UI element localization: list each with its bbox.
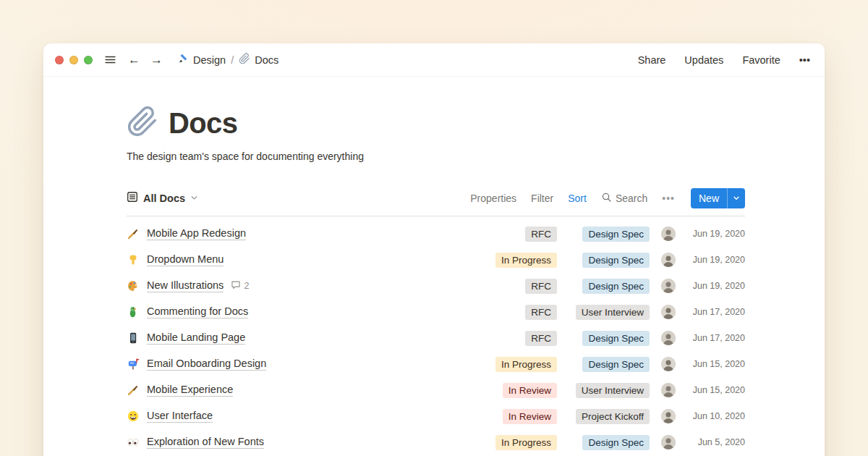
- toolbar-right: Properties Filter Sort Search ••• New: [470, 188, 745, 208]
- avatar: [661, 409, 676, 423]
- back-arrow-icon[interactable]: ←: [128, 54, 140, 66]
- properties-button[interactable]: Properties: [470, 193, 516, 204]
- favorite-button[interactable]: Favorite: [742, 54, 780, 66]
- breadcrumb: Design / Docs: [177, 53, 278, 67]
- status-badge[interactable]: In Progress: [495, 357, 557, 372]
- type-badge[interactable]: User Interview: [576, 383, 650, 398]
- search-button[interactable]: Search: [601, 192, 647, 205]
- avatar: [661, 305, 676, 319]
- zoom-button[interactable]: [84, 56, 93, 64]
- status-badge[interactable]: In Progress: [495, 435, 557, 450]
- comment-count[interactable]: 2: [231, 280, 249, 292]
- filter-button[interactable]: Filter: [531, 193, 553, 204]
- type-badge[interactable]: Design Spec: [582, 435, 650, 450]
- avatar: [661, 253, 676, 267]
- row-main: Commenting for Docs: [127, 305, 477, 318]
- row-main: User Interface: [127, 410, 477, 423]
- date-cell: Jun 15, 2020: [687, 359, 745, 369]
- doc-title-link[interactable]: New Illustrations: [147, 279, 224, 292]
- avatar: [661, 279, 676, 293]
- updates-button[interactable]: Updates: [684, 54, 723, 66]
- row-main: Email Onboarding Design: [127, 358, 477, 371]
- row-main: Mobile App Redesign: [127, 227, 477, 240]
- minimize-button[interactable]: [69, 56, 78, 64]
- doc-title-link[interactable]: Exploration of New Fonts: [147, 436, 264, 449]
- row-main: New Illustrations 2: [127, 279, 477, 292]
- date-cell: Jun 10, 2020: [687, 411, 745, 421]
- more-options-icon[interactable]: •••: [799, 54, 810, 66]
- table-row[interactable]: Dropdown Menu In Progress Design Spec Ju…: [127, 247, 745, 273]
- avatar: [661, 383, 676, 397]
- table-row[interactable]: User Interface In Review Project Kickoff…: [127, 403, 745, 429]
- table-view-icon: [127, 191, 138, 206]
- doc-title-link[interactable]: User Interface: [147, 410, 213, 423]
- type-badge[interactable]: Design Spec: [582, 331, 650, 346]
- paperclip-icon: [239, 53, 250, 67]
- view-switcher[interactable]: All Docs: [127, 191, 198, 206]
- type-badge[interactable]: Design Spec: [582, 227, 650, 242]
- type-badge[interactable]: Design Spec: [582, 357, 650, 372]
- table-toolbar: All Docs Properties Filter Sort Search •…: [127, 188, 745, 216]
- status-badge[interactable]: RFC: [525, 331, 557, 346]
- forward-arrow-icon[interactable]: →: [150, 54, 163, 66]
- status-badge[interactable]: In Review: [503, 383, 557, 398]
- table-row[interactable]: Mobile Experience In Review User Intervi…: [127, 377, 745, 403]
- doc-title-link[interactable]: Mobile Experience: [147, 384, 233, 397]
- table-row[interactable]: Commenting for Docs RFC User Interview J…: [127, 299, 745, 325]
- row-main: Mobile Experience: [127, 384, 477, 397]
- table-row[interactable]: Mobile Landing Page RFC Design Spec Jun …: [127, 325, 745, 351]
- type-badge[interactable]: Design Spec: [582, 253, 650, 268]
- toolbar-more-icon[interactable]: •••: [662, 193, 675, 204]
- date-cell: Jun 19, 2020: [687, 255, 745, 265]
- row-main: Exploration of New Fonts: [127, 436, 477, 449]
- new-button-dropdown[interactable]: [727, 188, 745, 208]
- status-badge[interactable]: RFC: [525, 279, 557, 294]
- breadcrumb-item-docs[interactable]: Docs: [239, 53, 278, 67]
- share-button[interactable]: Share: [638, 54, 666, 66]
- date-cell: Jun 17, 2020: [687, 307, 745, 317]
- row-main: Dropdown Menu: [127, 253, 477, 266]
- close-button[interactable]: [55, 56, 64, 64]
- table-row[interactable]: Mobile App Redesign RFC Design Spec Jun …: [127, 221, 745, 247]
- mailbox-icon: [127, 358, 140, 371]
- date-cell: Jun 19, 2020: [687, 229, 745, 239]
- avatar: [661, 435, 676, 449]
- new-button-label[interactable]: New: [691, 188, 727, 208]
- doc-title-link[interactable]: Commenting for Docs: [147, 305, 248, 318]
- pen-icon: [177, 53, 189, 67]
- paperclip-page-icon[interactable]: [127, 106, 158, 140]
- breadcrumb-label: Design: [193, 54, 226, 66]
- doc-title-link[interactable]: Mobile App Redesign: [147, 227, 246, 240]
- status-badge[interactable]: In Review: [503, 409, 557, 424]
- row-main: Mobile Landing Page: [127, 332, 477, 345]
- table-row[interactable]: New Illustrations 2 RFC Design Spec Jun …: [127, 273, 745, 299]
- sort-button[interactable]: Sort: [568, 193, 587, 204]
- type-badge[interactable]: User Interview: [576, 305, 650, 320]
- doc-title-link[interactable]: Email Onboarding Design: [147, 358, 266, 371]
- avatar: [661, 357, 676, 371]
- traffic-lights: [55, 56, 93, 64]
- backhand-index-pointing-down-icon: [127, 253, 140, 266]
- type-badge[interactable]: Project Kickoff: [576, 409, 650, 424]
- table-row[interactable]: Email Onboarding Design In Progress Desi…: [127, 351, 745, 377]
- grinning-face-icon: [127, 410, 140, 423]
- table-row[interactable]: Exploration of New Fonts In Progress Des…: [127, 429, 745, 455]
- breadcrumb-separator: /: [231, 54, 234, 66]
- date-cell: Jun 15, 2020: [687, 385, 745, 395]
- status-badge[interactable]: RFC: [525, 227, 557, 242]
- status-badge[interactable]: RFC: [525, 305, 557, 320]
- status-badge[interactable]: In Progress: [495, 253, 557, 268]
- breadcrumb-label: Docs: [255, 54, 278, 66]
- search-label: Search: [616, 193, 647, 204]
- doc-title-link[interactable]: Mobile Landing Page: [147, 332, 245, 345]
- breadcrumb-item-design[interactable]: Design: [177, 53, 226, 67]
- titlebar-actions: Share Updates Favorite •••: [638, 54, 810, 66]
- type-badge[interactable]: Design Spec: [582, 279, 650, 294]
- parrot-icon: [127, 305, 140, 318]
- doc-title-link[interactable]: Dropdown Menu: [147, 253, 224, 266]
- date-cell: Jun 19, 2020: [687, 281, 745, 291]
- comment-bubble-icon: [231, 280, 241, 292]
- hamburger-menu-icon[interactable]: [104, 54, 116, 66]
- page-header: Docs: [127, 106, 745, 140]
- new-button[interactable]: New: [691, 188, 745, 208]
